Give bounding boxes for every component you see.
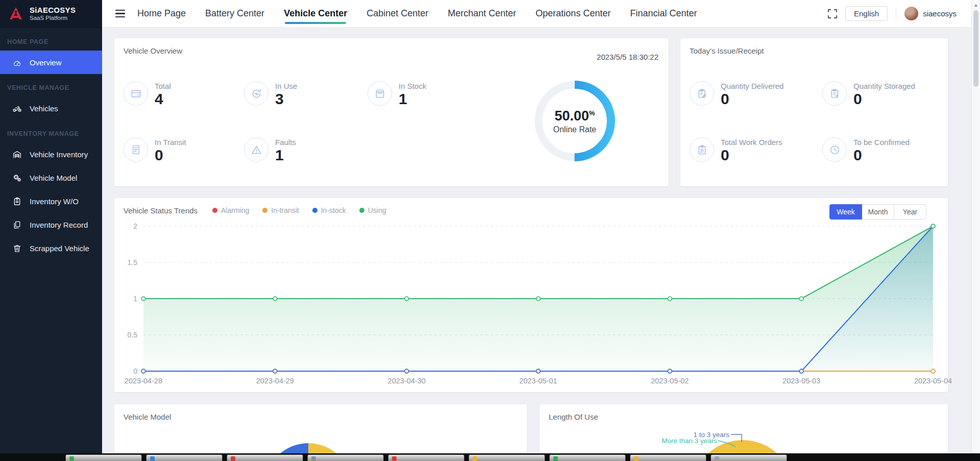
stat-value: 1 xyxy=(275,147,296,164)
range-button-year[interactable]: Year xyxy=(894,204,926,220)
scroll-thumb[interactable] xyxy=(973,10,978,87)
nav-battery-center[interactable]: Battery Center xyxy=(205,8,264,19)
stat-value: 0 xyxy=(853,90,915,108)
scroll-up-arrow[interactable]: ▲ xyxy=(972,0,980,8)
stat-value: 4 xyxy=(155,90,171,108)
stat-value: 3 xyxy=(275,90,297,108)
range-button-month[interactable]: Month xyxy=(862,204,894,220)
overview-timestamp: 2023/5/5 18:30:22 xyxy=(597,53,658,61)
taskbar-app-icon xyxy=(231,456,235,461)
sidebar-item-inventory-record[interactable]: Inventory Record xyxy=(0,213,102,236)
taskbar-window-button[interactable] xyxy=(630,454,706,461)
sidebar: SiAECOSYS SaaS Platform HOME PAGEOvervie… xyxy=(0,0,102,453)
stat-in-stock: In Stock1 xyxy=(368,81,426,108)
taskbar-window-button[interactable] xyxy=(146,454,223,461)
svg-text:2023-04-29: 2023-04-29 xyxy=(256,377,294,385)
nav-cabinet-center[interactable]: Cabinet Center xyxy=(366,8,428,19)
sync-icon xyxy=(251,88,262,100)
taskbar-window-button[interactable] xyxy=(388,454,464,461)
taskbar-window-button[interactable] xyxy=(227,454,303,461)
legend-dot-icon xyxy=(359,208,364,213)
os-taskbar xyxy=(0,453,980,461)
taskbar-app-icon xyxy=(473,456,477,461)
sidebar-item-label: Vehicles xyxy=(30,104,58,113)
sidebar-section-header: VEHICLE MANAGE xyxy=(0,74,102,96)
sidebar-item-overview[interactable]: Overview xyxy=(0,51,102,74)
stat-to-be-confirmed: To be Confirmed0 xyxy=(822,137,910,164)
card-title: Today's Issue/Receipt xyxy=(690,46,764,55)
taskbar-app-icon xyxy=(69,456,74,461)
stat-label: Total xyxy=(155,82,171,90)
nav-operations-center[interactable]: Operations Center xyxy=(535,8,610,19)
stat-label: Faults xyxy=(275,138,296,147)
topbar-right: English siaecosys xyxy=(828,6,972,21)
app-logo[interactable]: SiAECOSYS SaaS Platform xyxy=(0,0,102,28)
svg-text:2023-05-01: 2023-05-01 xyxy=(519,377,557,385)
vehicle-overview-card: Vehicle Overview 2023/5/5 18:30:22 Total… xyxy=(114,38,669,186)
sidebar-item-vehicles[interactable]: Vehicles xyxy=(0,96,102,120)
card-icon xyxy=(130,88,142,100)
sidebar-item-label: Vehicle Inventory xyxy=(30,150,88,159)
range-button-week[interactable]: Week xyxy=(829,204,862,220)
files-icon xyxy=(12,220,22,230)
stat-icon-circle xyxy=(244,137,268,162)
stat-quantity-storaged: Quantity Storaged0 xyxy=(822,81,915,108)
range-button-group: WeekMonthYear xyxy=(829,204,926,220)
trends-line-chart: 00.511.522023-04-282023-04-292023-04-302… xyxy=(143,226,933,371)
stat-icon-circle xyxy=(244,81,268,106)
legend-alarming[interactable]: Alarming xyxy=(212,206,249,214)
taskbar-window-button[interactable] xyxy=(710,454,787,461)
stat-total-work-orders: Total Work Orders0 xyxy=(690,137,782,164)
svg-text:2023-05-04: 2023-05-04 xyxy=(914,377,952,385)
legend-in-transit[interactable]: In-transit xyxy=(262,206,299,214)
svg-text:0.5: 0.5 xyxy=(128,331,138,339)
legend-label: In-stock xyxy=(321,206,346,214)
clip-edit-icon xyxy=(696,88,708,100)
stat-icon-circle xyxy=(822,81,847,106)
svg-text:2023-04-28: 2023-04-28 xyxy=(125,377,162,385)
page-scrollbar[interactable]: ▲ xyxy=(971,0,980,453)
legend-using[interactable]: Using xyxy=(359,206,386,214)
taskbar-app-icon xyxy=(150,456,155,461)
taskbar-window-button[interactable] xyxy=(65,454,142,461)
sidebar-item-vehicle-inventory[interactable]: Vehicle Inventory xyxy=(0,142,102,166)
taskbar-app-icon xyxy=(634,456,639,461)
trends-legend: AlarmingIn-transitIn-stockUsing xyxy=(212,206,386,214)
main-content: Vehicle Overview 2023/5/5 18:30:22 Total… xyxy=(102,27,972,453)
legend-label: In-transit xyxy=(271,206,299,214)
nav-financial-center[interactable]: Financial Center xyxy=(630,8,697,19)
divider xyxy=(896,8,896,19)
motorbike-icon xyxy=(12,104,22,113)
sidebar-item-inventory-w-o[interactable]: Inventory W/O xyxy=(0,189,102,213)
stat-quantity-delivered: Quantity Delivered0 xyxy=(690,81,783,108)
trash-icon xyxy=(12,244,22,253)
language-button[interactable]: English xyxy=(845,6,888,21)
doc-icon xyxy=(130,144,142,156)
sidebar-item-label: Overview xyxy=(30,58,62,67)
taskbar-app-icon xyxy=(311,456,316,461)
length-of-use-card: Length Of Use 1 to 3 years More than 3 y… xyxy=(540,404,948,453)
taskbar-window-button[interactable] xyxy=(549,454,626,461)
card-title: Vehicle Overview xyxy=(124,46,182,55)
nav-merchant-center[interactable]: Merchant Center xyxy=(448,8,516,19)
fullscreen-icon[interactable] xyxy=(828,9,837,18)
gears-icon xyxy=(12,173,22,183)
online-rate-donut: 50.00% Online Rate xyxy=(529,75,621,167)
warehouse-icon xyxy=(12,150,22,159)
sidebar-item-vehicle-model[interactable]: Vehicle Model xyxy=(0,166,102,189)
taskbar-window-button[interactable] xyxy=(469,454,545,461)
taskbar-app-icon xyxy=(715,456,719,461)
nav-home-page[interactable]: Home Page xyxy=(137,8,186,19)
card-title: Vehicle Model xyxy=(124,413,171,421)
sidebar-item-label: Vehicle Model xyxy=(30,174,77,182)
taskbar-window-button[interactable] xyxy=(307,454,384,461)
stat-value: 0 xyxy=(721,147,782,164)
menu-toggle-icon[interactable] xyxy=(115,10,125,17)
nav-vehicle-center[interactable]: Vehicle Center xyxy=(284,8,347,19)
sidebar-item-scrapped-vehicle[interactable]: Scrapped Vehicle xyxy=(0,236,102,260)
legend-in-stock[interactable]: In-stock xyxy=(312,206,346,214)
donut-center: 50.00% Online Rate xyxy=(529,75,621,167)
legend-dot-icon xyxy=(212,208,217,213)
stat-icon-circle xyxy=(124,81,148,106)
user-menu[interactable]: siaecosys xyxy=(904,7,957,20)
